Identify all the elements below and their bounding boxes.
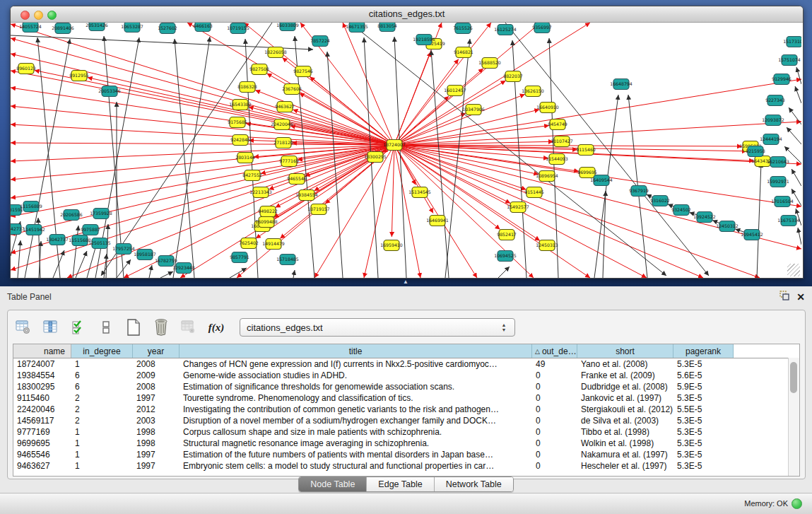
graph-node[interactable]: 9115460 [576,145,596,156]
table-row[interactable]: 911546021997Tourette syndrome. Phenomeno… [13,392,799,404]
table-vertical-scrollbar[interactable] [788,358,799,476]
graph-node[interactable]: 11451942 [23,225,45,235]
graph-node[interactable]: 10958187 [134,250,156,260]
new-table-icon[interactable] [124,317,143,337]
graph-node[interactable]: 12450313 [536,240,558,251]
graph-node[interactable]: 9356997 [532,23,552,33]
graph-node[interactable]: 12923448 [172,263,195,274]
function-builder-icon[interactable]: f(x) [206,317,226,337]
graph-node[interactable]: 11675334 [777,216,800,226]
graph-node[interactable]: 8186328 [237,82,257,93]
graph-node[interactable]: 12213343 [249,187,272,198]
graph-node[interactable]: 2803144 [235,153,255,163]
graph-node[interactable]: 9463627 [275,102,295,112]
table-row[interactable]: 2242004622012Investigating the contribut… [13,404,799,415]
graph-node[interactable]: 16648794 [610,79,632,90]
graph-node[interactable]: 22420046 [271,119,293,130]
graph-node[interactable]: 16640910 [536,103,559,113]
graph-node[interactable]: 7615526 [453,23,473,34]
graph-node[interactable]: 8813054 [377,23,397,32]
network-table-select[interactable]: citations_edges.txt ▲▼ [240,318,515,337]
graph-node[interactable]: 17359928 [90,209,112,219]
graph-node[interactable]: 11544093 [546,154,568,165]
graph-node[interactable]: 20531426 [86,23,108,31]
graph-node[interactable]: 16012457 [444,86,466,96]
tab-edge-table[interactable]: Edge Table [366,477,433,491]
graph-node[interactable]: 16033809 [276,23,299,31]
graph-node[interactable]: 9367919 [629,186,649,197]
graph-node[interactable]: 16099488 [255,217,278,228]
graph-node[interactable]: 8454749 [548,119,567,130]
graph-node[interactable]: 10924522 [693,212,716,223]
graph-node[interactable]: 15751074 [778,55,801,66]
column-header-pagerank[interactable]: pagerank [673,344,734,358]
graph-node[interactable]: 2367608 [282,84,302,95]
table-row[interactable]: 1938455462009Genome-wide association stu… [13,370,799,381]
graph-node[interactable]: 9175685 [228,117,247,128]
close-panel-icon[interactable]: ✕ [796,292,805,302]
graph-node[interactable]: 9827546 [293,66,313,77]
graph-node[interactable]: 10653287 [121,23,143,33]
graph-node[interactable]: 15492577 [507,202,529,213]
delete-table-icon[interactable] [151,317,171,337]
graph-node[interactable]: 9227343 [765,95,785,106]
graph-node[interactable]: 15992971 [767,177,789,187]
graph-node[interactable]: 8912955 [69,71,89,81]
graph-node[interactable]: 17016504 [771,197,794,207]
graph-node[interactable]: 18300295 [364,152,387,163]
graph-node[interactable]: 16469941 [426,216,449,226]
column-header-short[interactable]: short [577,344,673,358]
column-header-year[interactable]: year [133,344,180,358]
graph-node[interactable]: 10347906 [462,105,485,115]
graph-node[interactable]: 18226058 [264,47,287,58]
table-row[interactable]: 977716911998Corpus callosum shape and si… [13,426,799,438]
graph-node[interactable]: 10107427 [551,136,573,147]
graph-node[interactable]: 20206586 [60,210,83,221]
graph-node[interactable]: 14914479 [262,239,285,250]
table-row[interactable]: 1456911722003Disruption of a novel membe… [13,415,799,426]
graph-node[interactable]: 10719157 [307,204,330,215]
column-header-title[interactable]: title [180,344,532,358]
table-row[interactable]: 1872400712008Changes of HCN gene express… [13,358,799,370]
graph-node[interactable]: 11515688 [69,235,91,246]
select-all-columns-icon[interactable] [69,317,88,337]
graph-node[interactable]: 13626150 [522,86,544,97]
graph-node[interactable]: 8427552 [242,170,262,181]
graph-node[interactable]: 1527602 [158,23,177,34]
splitter-handle[interactable]: ▲ [401,279,410,285]
graph-node[interactable]: 9827508 [249,64,269,75]
graph-node[interactable]: 20053346 [98,86,121,97]
graph-node[interactable]: 16543382 [229,100,252,110]
table-row[interactable]: 946362711997Embryonic stem cells: a mode… [13,460,799,472]
graph-node[interactable]: 14671355 [346,23,368,33]
graph-node[interactable]: 10719155 [227,23,249,34]
graph-node[interactable]: 10945412 [741,230,763,240]
table-row[interactable]: 1830029562008Estimation of significance … [13,381,799,392]
graph-node[interactable]: 8960123 [16,64,36,74]
memory-status-icon[interactable] [792,498,802,509]
graph-node[interactable]: 9316022 [650,196,670,206]
graph-node[interactable]: 8822037 [503,71,523,82]
graph-node[interactable]: 9498222 [258,206,278,217]
graph-node[interactable]: 9215958 [746,146,765,157]
graph-node[interactable]: 16125274 [494,25,517,35]
column-header-name[interactable]: name [13,344,71,358]
graph-node[interactable]: 9129946 [772,74,792,85]
graph-node[interactable]: 14055724 [19,23,42,33]
graph-node[interactable]: 15718485 [276,255,299,265]
column-header-out_degree[interactable]: △out_de… [532,344,577,358]
graph-node[interactable]: 9975887 [81,225,100,235]
graph-node[interactable]: 20891406 [52,23,74,34]
graph-node[interactable]: 19384554 [295,190,318,201]
graph-node[interactable]: 13042737 [46,235,69,245]
table-row[interactable]: 946554611997Estimation of the future num… [13,449,799,460]
graph-node[interactable]: 16409544 [590,175,613,186]
graph-node[interactable]: 9857791 [230,252,249,263]
graph-node[interactable]: 12450312 [716,221,739,232]
graph-node[interactable]: 6466163 [193,23,213,32]
table-settings-icon[interactable] [13,317,33,337]
graph-node[interactable]: 15134545 [408,187,431,198]
graph-node[interactable]: 12093872 [762,115,784,126]
graph-node[interactable]: 18724007 [383,140,406,151]
graph-node[interactable]: 9242848 [230,135,250,146]
